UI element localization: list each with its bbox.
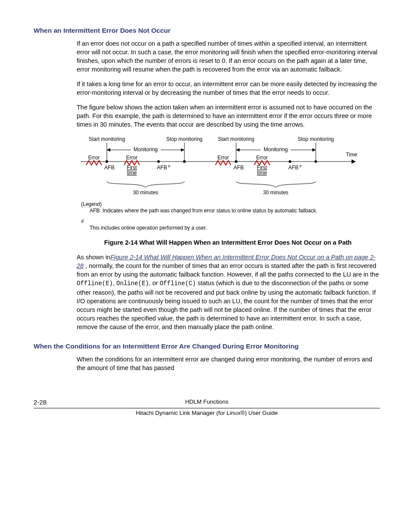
code: Online(E) — [116, 280, 149, 287]
svg-marker-13 — [352, 159, 356, 164]
svg-marker-5 — [236, 148, 240, 152]
section-heading-2: When the Conditions for an Intermittent … — [34, 342, 380, 351]
footer-title: HDLM Functions — [185, 398, 229, 405]
fig-label: Start monitoring — [218, 136, 255, 142]
fig-legend-hash-text: This includes online operation performed… — [90, 225, 207, 231]
svg-point-14 — [106, 160, 108, 163]
figure-2-14: Start monitoring Stop monitoring Start m… — [77, 135, 379, 234]
figure-caption: Figure 2-14 What Will Happen When an Int… — [81, 238, 375, 247]
text: status (which is due to the disconnectio… — [77, 280, 376, 330]
fig-label: Error — [126, 155, 138, 161]
fig-label: AFB — [288, 165, 298, 171]
fig-label: Monitoring — [264, 146, 288, 152]
section-2-body: When the conditions for an intermittent … — [77, 355, 379, 372]
svg-marker-1 — [107, 148, 110, 152]
para-after-figure: As shown inFigure 2-14 What Will Happen … — [77, 253, 379, 331]
fig-label: Stop monitoring — [166, 136, 202, 142]
footer-subtitle: Hitachi Dynamic Link Manager (for Linux®… — [136, 410, 278, 416]
fig-legend-hash: # — [81, 218, 84, 224]
text: , normally, the count for the number of … — [77, 262, 379, 278]
fig-label: Error — [218, 155, 229, 161]
fig-label: Time — [346, 152, 358, 158]
fig-label: 30 minutes — [263, 190, 289, 196]
para: If it takes a long time for an error to … — [77, 80, 379, 97]
fig-label: Monitoring — [134, 146, 158, 152]
fig-label: AFB — [234, 165, 243, 171]
svg-marker-6 — [312, 148, 316, 152]
fig-label: Error — [256, 155, 268, 161]
fig-label: Stop monitoring — [298, 136, 334, 142]
svg-point-19 — [289, 160, 291, 163]
text: , — [113, 280, 116, 286]
code: Offline(C) — [160, 280, 196, 287]
para: If an error does not occur on a path a s… — [77, 39, 379, 74]
fig-label: 30 minutes — [133, 190, 159, 196]
section-heading-1: When an Intermittent Error Does Not Occu… — [34, 26, 380, 35]
section-1-body: If an error does not occur on a path a s… — [77, 39, 379, 331]
text: , or — [149, 280, 160, 286]
svg-point-17 — [183, 160, 186, 163]
fig-legend-afb: AFB: Indicates where the path was change… — [90, 208, 318, 214]
fig-label: AFB — [104, 165, 114, 171]
fig-label: Start monitoring — [89, 136, 125, 142]
fig-label: AFB — [157, 165, 167, 171]
fig-legend-title: (Legend) — [81, 201, 102, 207]
para: The figure below shows the action taken … — [77, 103, 379, 129]
page-number: 2-28 — [34, 398, 47, 407]
svg-text:#: # — [168, 164, 170, 168]
svg-point-21 — [314, 160, 317, 163]
code: Offline(E) — [77, 280, 113, 287]
svg-point-15 — [157, 160, 160, 163]
svg-point-18 — [235, 160, 237, 163]
para: When the conditions for an intermittent … — [77, 355, 379, 372]
error-burst-icon — [215, 161, 231, 165]
fig-label: Firsttime — [127, 165, 137, 176]
text: As shown in — [77, 254, 110, 261]
svg-text:#: # — [299, 164, 302, 168]
svg-marker-2 — [181, 148, 184, 152]
page-footer: 2-28 HDLM Functions Hitachi Dynamic Link… — [34, 398, 380, 417]
error-burst-icon — [86, 161, 102, 165]
fig-label: Error — [88, 155, 100, 161]
fig-label: Firsttime — [257, 165, 267, 176]
